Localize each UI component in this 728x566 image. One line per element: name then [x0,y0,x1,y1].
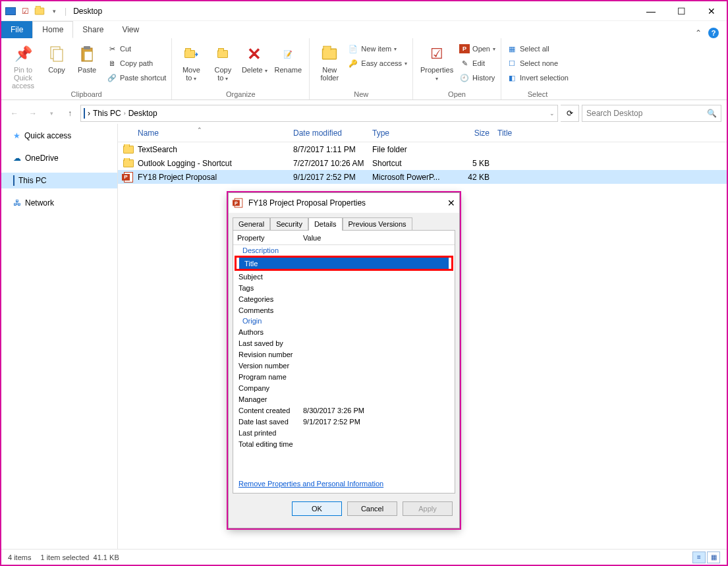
history-button[interactable]: 🕘History [459,71,495,84]
select-all-icon: ▦ [507,43,517,54]
tab-security[interactable]: Security [270,217,308,231]
maximize-button[interactable]: ☐ [666,1,696,21]
property-row[interactable]: Program name [233,371,455,382]
ribbon-group-organize: ➜ Move to ▾ Copy to ▾ ✕ Delete ▾ 📝 Renam… [172,38,310,99]
select-none-button[interactable]: ☐Select none [507,57,569,70]
property-row[interactable]: Version number [233,360,455,371]
properties-icon: ☑ [426,43,447,65]
property-row[interactable]: Tags [233,282,455,293]
property-row-title[interactable]: Title [239,258,449,269]
property-row[interactable]: Company [233,382,455,393]
breadcrumb[interactable]: › This PC› Desktop ⌄ [80,105,558,122]
paste-shortcut-button[interactable]: 🔗Paste shortcut [107,71,166,84]
qat-properties-icon[interactable]: ☑ [18,5,32,18]
new-item-button[interactable]: 📄New item ▾ [348,42,407,55]
refresh-button[interactable]: ⟳ [561,105,579,122]
apply-button[interactable]: Apply [403,501,453,516]
ribbon-group-label: Select [501,90,574,98]
ok-button[interactable]: OK [292,501,342,516]
breadcrumb-desktop[interactable]: Desktop [128,109,157,118]
qat-newfolder-icon[interactable] [33,5,46,18]
minimize-button[interactable]: — [636,1,666,21]
open-button[interactable]: POpen ▾ [459,42,495,55]
property-row[interactable]: Authors [233,326,455,337]
properties-button[interactable]: ☑ Properties ▾ [418,42,455,82]
tab-general[interactable]: General [233,217,270,231]
nav-forward-button[interactable]: → [25,105,41,121]
breadcrumb-thispc[interactable]: This PC› [93,109,126,118]
delete-button[interactable]: ✕ Delete ▾ [240,42,268,74]
property-columns: Property Value [233,231,455,245]
app-icon [4,5,17,18]
invert-selection-icon: ◧ [507,72,517,83]
edit-button[interactable]: ✎Edit [459,57,495,70]
property-row[interactable]: Last saved by [233,337,455,349]
help-icon[interactable]: ? [708,28,719,38]
property-row[interactable]: Categories [233,293,455,304]
property-row[interactable]: Subject [233,271,455,282]
nav-back-button[interactable]: ← [7,105,22,121]
breadcrumb-dropdown-icon[interactable]: ⌄ [549,110,555,117]
view-tab[interactable]: View [113,21,148,38]
property-row[interactable]: Comments [233,304,455,316]
nav-up-button[interactable]: ↑ [62,105,78,121]
copy-button[interactable]: Copy [43,42,70,74]
status-size: 41.1 KB [94,553,119,561]
nav-quick-access[interactable]: ★Quick access [1,128,117,144]
remove-properties-link[interactable]: Remove Properties and Personal Informati… [238,480,383,488]
property-row[interactable]: Manager [233,393,455,405]
col-date[interactable]: Date modified [289,128,368,138]
column-headers[interactable]: Name⌃ Date modified Type Size Title [118,124,727,142]
file-tab[interactable]: File [1,21,32,38]
tab-previous-versions[interactable]: Previous Versions [343,217,412,231]
share-tab[interactable]: Share [73,21,113,38]
easy-access-button[interactable]: 🔑Easy access ▾ [348,57,407,70]
property-row[interactable]: Total editing time [233,438,455,449]
pin-to-quick-access-button[interactable]: 📌 Pin to Quick access [7,42,40,90]
ribbon-collapse-icon[interactable]: ⌃ [695,28,702,38]
nav-this-pc[interactable]: This PC [1,173,117,188]
ribbon-group-label: Organize [172,90,309,98]
home-tab[interactable]: Home [32,21,73,38]
section-description: Description [233,245,455,256]
new-folder-icon [319,43,340,65]
col-size[interactable]: Size [447,128,493,138]
property-row[interactable]: Revision number [233,349,455,360]
cut-button[interactable]: ✂Cut [107,42,166,55]
nav-onedrive[interactable]: ☁OneDrive [1,150,117,166]
thumbnails-view-button[interactable]: ▦ [707,552,720,563]
property-row[interactable]: Date last saved9/1/2017 2:52 PM [233,416,455,427]
property-list[interactable]: Description Title Subject Tags Categorie… [233,245,455,456]
col-name[interactable]: Name⌃ [118,128,289,138]
paste-button[interactable]: Paste [74,42,100,74]
window-title: Desktop [73,7,102,16]
cancel-button[interactable]: Cancel [347,501,397,516]
nav-network[interactable]: 🖧Network [1,195,117,211]
list-item-selected[interactable]: FY18 Project Proposal 9/1/2017 2:52 PM M… [118,170,727,184]
rename-button[interactable]: 📝 Rename [272,42,304,74]
property-row[interactable]: Content created8/30/2017 3:26 PM [233,405,455,416]
select-all-button[interactable]: ▦Select all [507,42,569,55]
property-row[interactable]: Last printed [233,427,455,438]
tab-details[interactable]: Details [308,217,343,231]
details-view-button[interactable]: ≡ [692,552,706,563]
copy-path-button[interactable]: 🗎Copy path [107,57,166,70]
copy-to-button[interactable]: Copy to ▾ [209,42,237,82]
col-title[interactable]: Title [493,128,615,138]
list-item[interactable]: Outlook Logging - Shortcut 7/27/2017 10:… [118,156,727,170]
pin-icon: 📌 [13,43,34,65]
property-col-name[interactable]: Property [233,234,299,242]
property-col-value[interactable]: Value [299,234,455,242]
list-item[interactable]: TextSearch 8/7/2017 1:11 PM File folder [118,142,727,156]
ribbon-group-open: ☑ Properties ▾ POpen ▾ ✎Edit 🕘History Op… [413,38,501,99]
dialog-close-button[interactable]: ✕ [447,198,455,208]
search-input[interactable]: Search Desktop 🔍 [582,105,721,122]
col-type[interactable]: Type [368,128,447,138]
move-to-button[interactable]: ➜ Move to ▾ [177,42,205,82]
status-item-count: 4 items [8,553,31,561]
qat-customize-icon[interactable]: ▾ [47,5,61,18]
nav-recent-button[interactable]: ▾ [43,105,59,121]
close-button[interactable]: ✕ [696,1,727,21]
new-folder-button[interactable]: New folder [315,42,344,82]
invert-selection-button[interactable]: ◧Invert selection [507,71,569,84]
